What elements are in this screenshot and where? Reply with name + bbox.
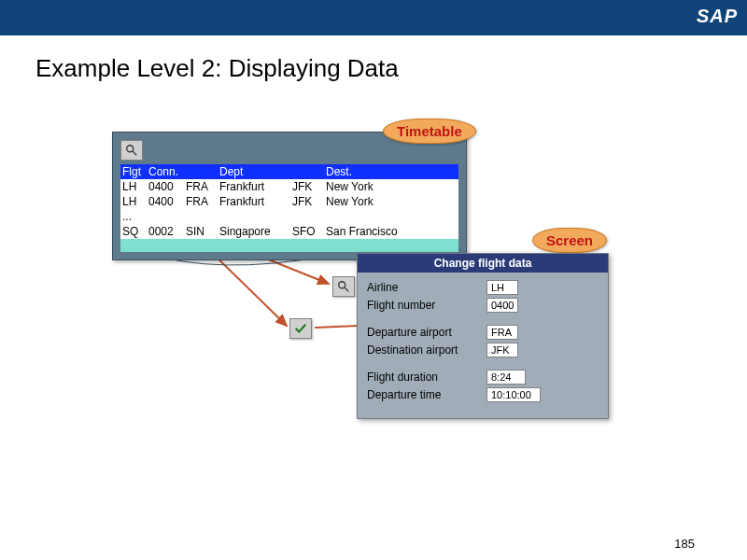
col-acode-blank bbox=[292, 165, 326, 178]
magnify-button-1[interactable] bbox=[120, 140, 143, 161]
table-row[interactable]: LH 0400 FRA Frankfurt JFK New York bbox=[120, 179, 458, 194]
magnify-icon bbox=[337, 280, 350, 293]
magnify-icon bbox=[125, 144, 138, 157]
callout-timetable: Timetable bbox=[383, 119, 476, 144]
col-dcode-blank bbox=[186, 165, 219, 178]
svg-line-7 bbox=[345, 287, 348, 291]
callout-screen: Screen bbox=[532, 228, 607, 253]
col-dept: Dept bbox=[219, 165, 292, 178]
page-title: Example Level 2: Displaying Data bbox=[35, 54, 747, 83]
flightno-label: Flight number bbox=[367, 299, 486, 312]
flightno-field[interactable]: 0400 bbox=[486, 298, 518, 313]
airline-field[interactable]: LH bbox=[486, 280, 518, 295]
deptime-label: Departure time bbox=[367, 388, 486, 401]
col-flgt: Flgt bbox=[122, 165, 148, 178]
table-row[interactable]: LH 0400 FRA Frankfurt JFK New York bbox=[120, 194, 458, 209]
timetable-header-row: Flgt Conn. Dept Dest. bbox=[120, 164, 458, 179]
svg-point-6 bbox=[339, 282, 345, 288]
table-row-ellipsis: ... bbox=[120, 209, 458, 224]
duration-label: Flight duration bbox=[367, 371, 486, 384]
col-dest: Dest. bbox=[326, 165, 457, 178]
duration-field[interactable]: 8:24 bbox=[486, 370, 526, 385]
change-flight-title: Change flight data bbox=[358, 254, 608, 273]
col-conn: Conn. bbox=[148, 165, 186, 178]
depap-label: Departure airport bbox=[367, 326, 486, 339]
check-icon bbox=[294, 322, 307, 335]
confirm-button[interactable] bbox=[289, 318, 312, 339]
change-flight-panel: Change flight data Airline LH Flight num… bbox=[357, 253, 609, 419]
page-number: 185 bbox=[674, 537, 695, 551]
svg-point-4 bbox=[127, 146, 134, 152]
deptime-field[interactable]: 10:10:00 bbox=[486, 387, 541, 402]
timetable-window: Flgt Conn. Dept Dest. LH 0400 FRA Frankf… bbox=[112, 132, 467, 260]
top-bar: SAP bbox=[0, 0, 747, 35]
table-row-empty-highlight[interactable] bbox=[120, 239, 458, 252]
svg-line-5 bbox=[133, 151, 136, 155]
destap-field[interactable]: JFK bbox=[486, 343, 518, 357]
destap-label: Destination airport bbox=[367, 343, 486, 357]
sap-logo: SAP bbox=[697, 6, 738, 27]
table-row[interactable]: SQ 0002 SIN Singapore SFO San Francisco bbox=[120, 224, 458, 239]
magnify-button-2[interactable] bbox=[332, 276, 355, 297]
depap-field[interactable]: FRA bbox=[486, 325, 518, 340]
diagram-canvas: Flgt Conn. Dept Dest. LH 0400 FRA Frankf… bbox=[0, 83, 747, 512]
airline-label: Airline bbox=[367, 281, 486, 294]
